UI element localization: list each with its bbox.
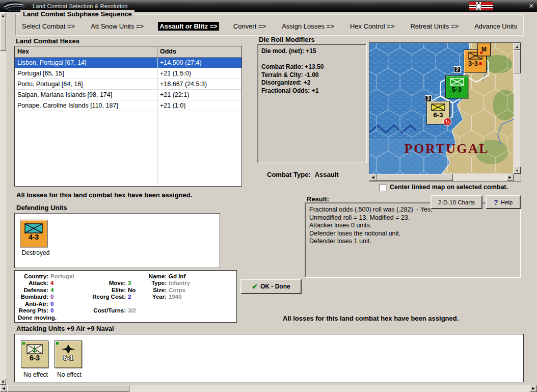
- step-select-combat[interactable]: Select Combat =>: [20, 22, 76, 31]
- table-header: Hex Odds: [15, 46, 241, 58]
- attacking-unit-counter-6-3[interactable]: 6-3: [21, 341, 48, 368]
- die-roll-modifiers-title: Die Roll Modifiers: [259, 36, 315, 43]
- defense-label: Defense:: [18, 287, 50, 293]
- combat-type-label: Combat Type:: [267, 171, 311, 178]
- unit-strength: 6-1: [63, 354, 73, 362]
- table-row[interactable]: Porto, Portugal [64, 16] +16.667 (24.5:3…: [15, 79, 241, 90]
- scroll-right-icon[interactable]: [506, 174, 514, 181]
- type-label: Type:: [147, 280, 169, 286]
- mountain-marker-counter[interactable]: M: [477, 43, 491, 56]
- scroll-down-icon[interactable]: [0, 379, 6, 385]
- scroll-up-icon[interactable]: [0, 12, 6, 18]
- step-retreat-units[interactable]: Retreat Units =>: [409, 22, 460, 31]
- combat-hex-table: Hex Odds Lisbon, Portugal [67, 14] +14.5…: [14, 46, 242, 187]
- aircraft-symbol-icon: [60, 344, 76, 354]
- help-button-label: Help: [500, 199, 513, 205]
- land-combat-hexes-title: Land Combat Hexes: [16, 37, 79, 45]
- checkbox-box[interactable]: [380, 184, 386, 191]
- unit-status: No effect: [18, 371, 53, 378]
- unit-strength: 3-3: [468, 60, 482, 67]
- charts-button[interactable]: 2-D-10 Charts: [431, 195, 482, 209]
- scrollbar-thumb[interactable]: [514, 50, 521, 73]
- cost-turns-label: Cost/Turns:: [88, 307, 128, 313]
- subphase-sequence-group: Land Combat Subphase Sequence Select Com…: [15, 14, 524, 36]
- marine-symbol-icon: [26, 344, 43, 354]
- scroll-left-icon[interactable]: [369, 174, 377, 181]
- scroll-down-icon[interactable]: [514, 167, 521, 174]
- defending-units-title: Defending Units: [16, 204, 67, 212]
- center-map-checkbox[interactable]: Center linked map on selected combat.: [380, 184, 508, 191]
- step-assign-losses[interactable]: Assign Losses =>: [280, 22, 336, 31]
- status-dot-icon: [479, 62, 482, 65]
- year-label: Year:: [147, 294, 169, 300]
- odds-cell: +21 (1.5:0): [157, 68, 241, 79]
- odds-cell: +21 (1:0): [157, 100, 241, 111]
- hex-cell: Ponape, Caroline Islands [110, 187]: [15, 100, 157, 111]
- attacking-unit-counter-6-1[interactable]: 6-1: [55, 341, 82, 368]
- elite-value: No: [128, 287, 147, 293]
- unit-strength: 4-3: [29, 233, 39, 241]
- hex-cell: Saipan, Mariana Islands [98, 174]: [15, 90, 157, 100]
- result-panel: Fractional odds (.500) roll was (.282) -…: [305, 202, 521, 278]
- window-vertical-scrollbar[interactable]: [0, 12, 6, 385]
- column-divider: [157, 58, 158, 186]
- region-name-portugal: PORTUGAL: [405, 141, 489, 156]
- scroll-up-icon[interactable]: [514, 43, 521, 50]
- odds-cell: +14.500 (27:4): [157, 58, 241, 68]
- attacking-units-panel: 6-3 No effect 6-1 No effect: [14, 334, 524, 382]
- subphase-sequence-title: Land Combat Subphase Sequence: [20, 10, 135, 18]
- year-value: 1940: [169, 294, 233, 300]
- map-unit-counter-5-3[interactable]: 5-3: [445, 75, 468, 98]
- scroll-left-icon[interactable]: [0, 385, 7, 392]
- step-hex-control[interactable]: Hex Control =>: [348, 22, 396, 31]
- map-vertical-scrollbar[interactable]: [514, 43, 521, 174]
- step-assault-or-blitz[interactable]: Assault or Blitz =>: [158, 22, 219, 31]
- unit-status: No effect: [51, 371, 87, 378]
- defending-unit-counter[interactable]: 4-3: [20, 220, 47, 247]
- map-view[interactable]: PORTUGAL 3-3 M 2: [369, 43, 514, 174]
- app-icon: [1, 1, 29, 11]
- anti-air-value: 0: [50, 301, 88, 307]
- check-icon: [252, 282, 258, 291]
- charts-button-label: 2-D-10 Charts: [438, 199, 475, 205]
- elite-label: Elite:: [88, 287, 128, 293]
- window-horizontal-scrollbar[interactable]: [0, 385, 537, 392]
- status-pip-icon: [22, 342, 25, 345]
- name-label: Name:: [147, 273, 169, 279]
- scrollbar-thumb[interactable]: [0, 18, 6, 51]
- close-icon[interactable]: [527, 1, 536, 10]
- combat-type-value: Assault: [315, 171, 339, 178]
- help-icon: [494, 198, 498, 206]
- step-att-snow-units[interactable]: Att Snow Units =>: [89, 22, 145, 31]
- step-advance-units[interactable]: Advance Units: [473, 22, 519, 31]
- linked-map-panel: PORTUGAL 3-3 M 2: [369, 42, 521, 181]
- result-title: Result:: [307, 195, 329, 203]
- table-row[interactable]: Portugal [65, 15] +21 (1.5:0): [15, 68, 241, 79]
- bombard-value: 0: [50, 294, 88, 300]
- scrollbar-thumb[interactable]: [7, 385, 129, 392]
- combat-type: Combat Type: Assault: [267, 171, 339, 178]
- defending-units-panel: 4-3 Destroyed: [14, 213, 220, 268]
- table-row[interactable]: Saipan, Mariana Islands [98, 174] +21 (2…: [15, 90, 241, 100]
- ok-done-button[interactable]: OK - Done: [240, 279, 302, 294]
- map-unit-counter-6-3[interactable]: 6-3: [426, 101, 450, 124]
- table-row[interactable]: Ponape, Caroline Islands [110, 187] +21 …: [15, 100, 241, 111]
- step-convert[interactable]: Convert =>: [232, 22, 267, 31]
- unit-symbol-icon: [431, 103, 445, 111]
- scrollbar-thumb[interactable]: [377, 174, 453, 181]
- die-roll-modifiers-panel: Die mod. (net): +15 Combat Ratio: +13.50…: [257, 44, 367, 163]
- reorg-cost-label: Reorg Cost:: [88, 294, 128, 300]
- hex-cell: Porto, Portugal [64, 16]: [15, 79, 157, 89]
- subphase-steps: Select Combat => Att Snow Units => Assau…: [20, 22, 519, 31]
- table-row[interactable]: Lisbon, Portugal [67, 14] +14.500 (27:4): [15, 58, 241, 68]
- map-horizontal-scrollbar[interactable]: [369, 174, 514, 181]
- help-button[interactable]: Help: [486, 195, 521, 209]
- window-title: Land Combat Selection & Resolution: [33, 3, 128, 9]
- hexside-number-badge: 2: [454, 66, 461, 73]
- name-value: Gd Inf: [169, 273, 233, 279]
- losses-assigned-message: All losses for this land combat hex have…: [16, 191, 192, 199]
- disorganized-icon: [443, 118, 451, 126]
- anti-air-label: Anti-Air:: [18, 301, 50, 307]
- scroll-right-icon[interactable]: [530, 385, 537, 392]
- cost-turns-value: 3/2: [128, 307, 147, 313]
